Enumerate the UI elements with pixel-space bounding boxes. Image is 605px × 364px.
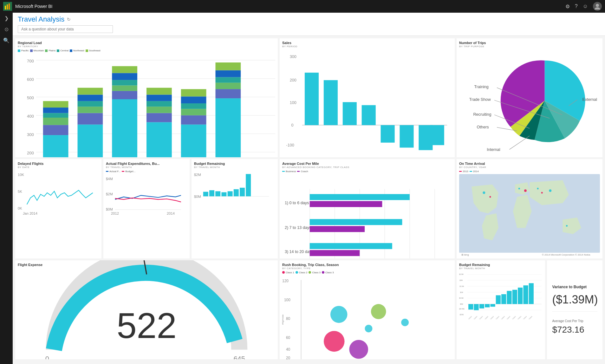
topbar-icons: ⚙ ? ☺ bbox=[565, 2, 602, 11]
svg-rect-0 bbox=[5, 6, 6, 10]
settings-icon[interactable]: ⚙ bbox=[565, 3, 570, 10]
svg-point-3 bbox=[596, 4, 599, 7]
svg-point-4 bbox=[595, 7, 600, 10]
topbar: Microsoft Power BI ⚙ ? ☺ bbox=[0, 0, 605, 13]
powerbi-logo bbox=[3, 2, 12, 11]
svg-rect-1 bbox=[7, 4, 8, 10]
user-icon[interactable]: ☺ bbox=[583, 3, 588, 9]
app-name: Microsoft Power BI bbox=[15, 4, 52, 9]
avatar[interactable] bbox=[593, 2, 602, 11]
svg-rect-2 bbox=[9, 3, 10, 10]
help-icon[interactable]: ? bbox=[575, 3, 578, 9]
